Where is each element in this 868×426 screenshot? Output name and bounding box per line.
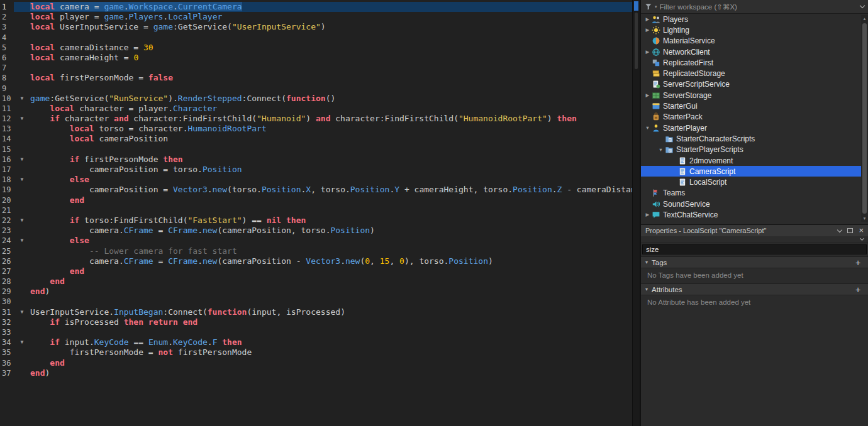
explorer-item-serverscriptservice[interactable]: ServerScriptService [641, 79, 861, 90]
explorer-item-camerascript[interactable]: CameraScript [641, 166, 861, 177]
code-line-28[interactable]: 28 end [0, 276, 632, 287]
code-line-20[interactable]: 20 end [0, 195, 632, 205]
explorer-item-localscript[interactable]: LocalScript [641, 177, 861, 187]
code-line-36[interactable]: 36 end [0, 358, 632, 368]
properties-filter-input[interactable] [642, 244, 867, 254]
code-line-16[interactable]: 16▼ if firstPersonMode then [0, 155, 632, 165]
code-line-21[interactable]: 21 [0, 205, 632, 216]
explorer-scrollbar-thumb[interactable] [862, 23, 867, 214]
fold-gutter [14, 145, 30, 155]
fold-arrow-icon[interactable]: ▼ [14, 236, 30, 246]
code-line-22[interactable]: 22▼ if torso:FindFirstChild("FastStart")… [0, 216, 632, 226]
attributes-expand-arrow-icon[interactable]: ▾ [645, 287, 648, 292]
explorer-item-textchatservice[interactable]: ▶TextChatService [641, 209, 861, 220]
code-line-4[interactable]: 4 [0, 33, 632, 43]
explorer-item-startercharacterscripts[interactable]: StarterCharacterScripts [641, 133, 861, 144]
code-line-15[interactable]: 15 [0, 145, 632, 155]
code-line-24[interactable]: 24▼ else [0, 236, 632, 246]
code-line-33[interactable]: 33 [0, 327, 632, 337]
code-line-17[interactable]: 17 cameraPosition = torso.Position [0, 165, 632, 175]
code-line-1[interactable]: 1local camera = game.Workspace.CurrentCa… [0, 2, 632, 12]
code-area[interactable]: 1local camera = game.Workspace.CurrentCa… [0, 0, 632, 426]
code-line-12[interactable]: 12▼ if character and character:FindFirst… [0, 114, 632, 124]
explorer-item-materialservice[interactable]: MaterialService [641, 36, 861, 46]
code-text: local UserInputService = game:GetService… [30, 22, 632, 32]
code-line-37[interactable]: 37end) [0, 368, 632, 378]
chevron-down-icon[interactable] [860, 236, 864, 241]
undock-panel-icon[interactable] [847, 228, 853, 233]
tags-section-header[interactable]: ▾ Tags + [641, 256, 868, 268]
code-line-2[interactable]: 2local player = game.Players.LocalPlayer [0, 12, 632, 22]
code-line-34[interactable]: 34▼ if input.KeyCode == Enum.KeyCode.F t… [0, 337, 632, 347]
add-tag-button[interactable]: + [852, 258, 864, 268]
explorer-item-lighting[interactable]: ▶Lighting [641, 25, 861, 35]
code-line-13[interactable]: 13 local torso = character.HumanoidRootP… [0, 124, 632, 134]
code-line-14[interactable]: 14 local cameraPosition [0, 134, 632, 144]
tree-collapsed-arrow-icon[interactable]: ▶ [643, 92, 652, 98]
code-line-8[interactable]: 8local firstPersonMode = false [0, 73, 632, 83]
tree-expanded-arrow-icon[interactable]: ▼ [643, 125, 652, 131]
fold-arrow-icon[interactable]: ▼ [14, 337, 30, 347]
code-line-9[interactable]: 9 [0, 84, 632, 94]
code-text: local torso = character.HumanoidRootPart [30, 124, 632, 134]
editor-vertical-scrollbar[interactable] [632, 0, 640, 426]
code-line-23[interactable]: 23 camera.CFrame = CFrame.new(cameraPosi… [0, 226, 632, 236]
tree-collapsed-arrow-icon[interactable]: ▶ [643, 212, 652, 217]
explorer-filter-input[interactable] [660, 3, 858, 11]
explorer-item-networkclient[interactable]: ▶NetworkClient [641, 46, 861, 57]
explorer-item-2dmovement[interactable]: 2dmovement [641, 155, 861, 166]
explorer-scrollbar[interactable]: ▲ ▼ [861, 15, 868, 222]
code-line-18[interactable]: 18▼ else [0, 175, 632, 185]
code-line-10[interactable]: 10▼game:GetService("RunService").RenderS… [0, 94, 632, 104]
collapse-panel-chevron-icon[interactable] [837, 227, 842, 232]
code-line-35[interactable]: 35 firstPersonMode = not firstPersonMode [0, 347, 632, 358]
explorer-item-startergui[interactable]: StarterGui [641, 101, 861, 111]
explorer-item-starterpack[interactable]: StarterPack [641, 112, 861, 123]
fold-arrow-icon[interactable]: ▼ [14, 175, 30, 185]
explorer-item-serverstorage[interactable]: ▶ServerStorage [641, 90, 861, 101]
code-line-3[interactable]: 3local UserInputService = game:GetServic… [0, 22, 632, 32]
explorer-item-starterplayer[interactable]: ▼StarterPlayer [641, 123, 861, 133]
code-line-25[interactable]: 25 -- Lower camera for fast start [0, 246, 632, 256]
explorer-item-players[interactable]: ▶Players [641, 14, 861, 25]
explorer-item-replicatedfirst[interactable]: ReplicatedFirst [641, 57, 861, 68]
scroll-down-arrow-icon[interactable]: ▼ [861, 216, 868, 221]
explorer-item-starterplayerscripts[interactable]: ▼StarterPlayerScripts [641, 145, 861, 155]
code-line-19[interactable]: 19 cameraPosition = Vector3.new(torso.Po… [0, 185, 632, 195]
code-line-11[interactable]: 11 local character = player.Character [0, 104, 632, 114]
fold-arrow-icon[interactable]: ▼ [14, 94, 30, 104]
code-line-5[interactable]: 5local cameraDistance = 30 [0, 43, 632, 53]
tree-expanded-arrow-icon[interactable]: ▼ [657, 147, 665, 153]
code-line-32[interactable]: 32 if isProcessed then return end [0, 317, 632, 327]
fold-arrow-icon[interactable]: ▼ [14, 114, 30, 124]
code-line-6[interactable]: 6local cameraHeight = 0 [0, 53, 632, 63]
tags-expand-arrow-icon[interactable]: ▾ [645, 259, 648, 265]
filter-dropdown-caret-icon[interactable]: ▾ [655, 4, 657, 9]
filter-bar-chevron-icon[interactable] [860, 3, 865, 8]
explorer-item-teams[interactable]: Teams [641, 188, 861, 199]
code-line-7[interactable]: 7 [0, 63, 632, 73]
filter-funnel-icon[interactable] [645, 3, 652, 11]
code-line-26[interactable]: 26 camera.CFrame = CFrame.new(cameraPosi… [0, 256, 632, 266]
explorer-item-label: MaterialService [662, 36, 715, 45]
tree-collapsed-arrow-icon[interactable]: ▶ [643, 16, 652, 22]
attributes-section-header[interactable]: ▾ Attributes + [641, 283, 868, 295]
explorer-item-replicatedstorage[interactable]: ReplicatedStorage [641, 68, 861, 79]
fold-arrow-icon[interactable]: ▼ [14, 307, 30, 317]
code-line-29[interactable]: 29end) [0, 287, 632, 297]
code-line-27[interactable]: 27 end [0, 266, 632, 276]
scroll-up-arrow-icon[interactable]: ▲ [861, 16, 868, 21]
code-text: end) [30, 287, 632, 297]
close-panel-icon[interactable]: × [859, 227, 864, 234]
code-line-30[interactable]: 30 [0, 297, 632, 307]
editor-scrollbar-thumb[interactable] [634, 1, 638, 11]
tree-collapsed-arrow-icon[interactable]: ▶ [643, 27, 652, 33]
editor-scrollbar-track[interactable] [635, 13, 638, 69]
properties-class-row[interactable] [641, 236, 868, 243]
explorer-item-soundservice[interactable]: SoundService [641, 199, 861, 209]
code-line-31[interactable]: 31▼UserInputService.InputBegan:Connect(f… [0, 307, 632, 317]
fold-arrow-icon[interactable]: ▼ [14, 216, 30, 226]
add-attribute-button[interactable]: + [852, 285, 864, 295]
tree-collapsed-arrow-icon[interactable]: ▶ [643, 49, 652, 55]
fold-arrow-icon[interactable]: ▼ [14, 155, 30, 165]
